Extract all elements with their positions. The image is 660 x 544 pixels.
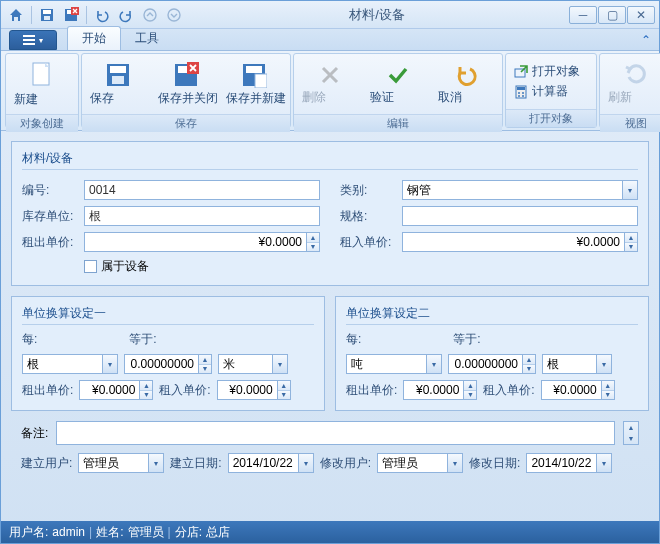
- category-input[interactable]: [402, 180, 622, 200]
- calculator-icon: [514, 85, 528, 99]
- spec-input[interactable]: [402, 206, 638, 226]
- conv2-eq-val[interactable]: [448, 354, 522, 374]
- conv2-rentin[interactable]: [541, 380, 601, 400]
- cancel-button[interactable]: 取消: [434, 56, 498, 112]
- storeunit-label: 库存单位:: [22, 208, 78, 225]
- rentin-input[interactable]: [402, 232, 624, 252]
- save-icon: [105, 62, 131, 88]
- undo-arrow-icon: [454, 63, 478, 87]
- conv2-eq-spin[interactable]: ▲▼: [522, 354, 536, 374]
- ribbon-tabs: ▾ 开始 工具 ⌃: [1, 29, 659, 51]
- conv2-eq-unit[interactable]: [542, 354, 596, 374]
- status-branch: 总店: [206, 524, 230, 541]
- conv2-per-dd[interactable]: ▾: [426, 354, 442, 374]
- conv1-per-label: 每:: [22, 331, 37, 348]
- conv2-rentout[interactable]: [403, 380, 463, 400]
- qat-save-close-button[interactable]: [60, 4, 82, 26]
- group-save: 保存 保存并关闭 保存并新建 保存: [81, 53, 291, 128]
- qat-save-button[interactable]: [36, 4, 58, 26]
- group-view: 刷新 视图: [599, 53, 660, 128]
- svg-rect-13: [110, 66, 126, 73]
- rentout-spinner[interactable]: ▲▼: [306, 232, 320, 252]
- list-icon: [23, 35, 35, 45]
- conv1-per-unit[interactable]: [22, 354, 102, 374]
- svg-point-7: [168, 9, 180, 21]
- conv2-equnit-dd[interactable]: ▾: [596, 354, 612, 374]
- save-close-icon: [63, 7, 79, 23]
- save-icon: [39, 7, 55, 23]
- save-new-button[interactable]: 保存并新建: [222, 56, 286, 112]
- remark-scrollbar[interactable]: ▲▼: [623, 421, 639, 445]
- category-dropdown-button[interactable]: ▾: [622, 180, 638, 200]
- mod-date-input[interactable]: [526, 453, 596, 473]
- conv2-per-unit[interactable]: [346, 354, 426, 374]
- calculator-button[interactable]: 计算器: [510, 82, 592, 102]
- titlebar: 材料/设备 ─ ▢ ✕: [1, 1, 659, 29]
- new-button[interactable]: 新建: [10, 56, 74, 112]
- save-close-button[interactable]: 保存并关闭: [154, 56, 218, 112]
- delete-button[interactable]: 删除: [298, 56, 362, 112]
- mod-date-label: 修改日期:: [469, 455, 520, 472]
- qat-redo-button[interactable]: [115, 4, 137, 26]
- conv1-rentin[interactable]: [217, 380, 277, 400]
- create-user-label: 建立用户:: [21, 455, 72, 472]
- maximize-button[interactable]: ▢: [598, 6, 626, 24]
- conv1-equnit-dd[interactable]: ▾: [272, 354, 288, 374]
- validate-button[interactable]: 验证: [366, 56, 430, 112]
- conv1-eq-label: 等于:: [129, 331, 156, 348]
- new-doc-icon: [30, 61, 54, 89]
- conv1-title: 单位换算设定一: [22, 303, 314, 325]
- ribbon-collapse-button[interactable]: ⌃: [639, 33, 653, 47]
- mod-user-label: 修改用户:: [320, 455, 371, 472]
- panel-conv1: 单位换算设定一 每: 等于: ▾ ▲▼ ▾ 租出单价: ▲▼ 租入单价: ▲▼: [11, 296, 325, 411]
- remark-input[interactable]: [56, 421, 615, 445]
- conv2-rentin-label: 租入单价:: [483, 382, 534, 399]
- save-button[interactable]: 保存: [86, 56, 150, 112]
- svg-rect-23: [517, 87, 525, 90]
- qat-prev-button[interactable]: [139, 4, 161, 26]
- up-circle-icon: [142, 7, 158, 23]
- qat-undo-button[interactable]: [91, 4, 113, 26]
- conv1-per-dd[interactable]: ▾: [102, 354, 118, 374]
- close-window-button[interactable]: ✕: [627, 6, 655, 24]
- status-user-label: 用户名:: [9, 524, 48, 541]
- statusbar: 用户名: admin | 姓名: 管理员 | 分店: 总店: [1, 521, 659, 543]
- svg-rect-1: [43, 10, 51, 14]
- qat-home-button[interactable]: [5, 4, 27, 26]
- tab-start[interactable]: 开始: [67, 26, 121, 50]
- conv1-eq-spin[interactable]: ▲▼: [198, 354, 212, 374]
- open-arrow-icon: [514, 65, 528, 79]
- create-date-label: 建立日期:: [170, 455, 221, 472]
- svg-rect-10: [23, 43, 35, 45]
- conv1-rentout[interactable]: [79, 380, 139, 400]
- create-user-input[interactable]: [78, 453, 148, 473]
- svg-rect-19: [246, 66, 262, 73]
- mod-user-input[interactable]: [377, 453, 447, 473]
- conv2-title: 单位换算设定二: [346, 303, 638, 325]
- status-user: admin: [52, 525, 85, 539]
- panel-main-title: 材料/设备: [22, 148, 638, 170]
- form-area: 材料/设备 编号: 库存单位: 租出单价: ▲▼: [1, 131, 659, 521]
- file-tab[interactable]: ▾: [9, 30, 57, 50]
- isdevice-checkbox[interactable]: 属于设备: [84, 258, 149, 275]
- status-name: 管理员: [128, 524, 164, 541]
- tab-tools[interactable]: 工具: [121, 27, 173, 50]
- conv1-eq-val[interactable]: [124, 354, 198, 374]
- rentin-spinner[interactable]: ▲▼: [624, 232, 638, 252]
- rentout-input[interactable]: [84, 232, 306, 252]
- refresh-button[interactable]: 刷新: [604, 56, 660, 112]
- storeunit-input[interactable]: [84, 206, 320, 226]
- minimize-button[interactable]: ─: [569, 6, 597, 24]
- conv1-eq-unit[interactable]: [218, 354, 272, 374]
- open-object-button[interactable]: 打开对象: [510, 62, 592, 82]
- conv2-per-label: 每:: [346, 331, 361, 348]
- qat-next-button[interactable]: [163, 4, 185, 26]
- create-date-input[interactable]: [228, 453, 298, 473]
- code-input[interactable]: [84, 180, 320, 200]
- conv2-rentout-label: 租出单价:: [346, 382, 397, 399]
- panel-conv2: 单位换算设定二 每: 等于: ▾ ▲▼ ▾ 租出单价: ▲▼ 租入单价: ▲▼: [335, 296, 649, 411]
- home-icon: [8, 7, 24, 23]
- code-label: 编号:: [22, 182, 78, 199]
- svg-point-24: [518, 92, 520, 94]
- svg-rect-2: [44, 16, 50, 20]
